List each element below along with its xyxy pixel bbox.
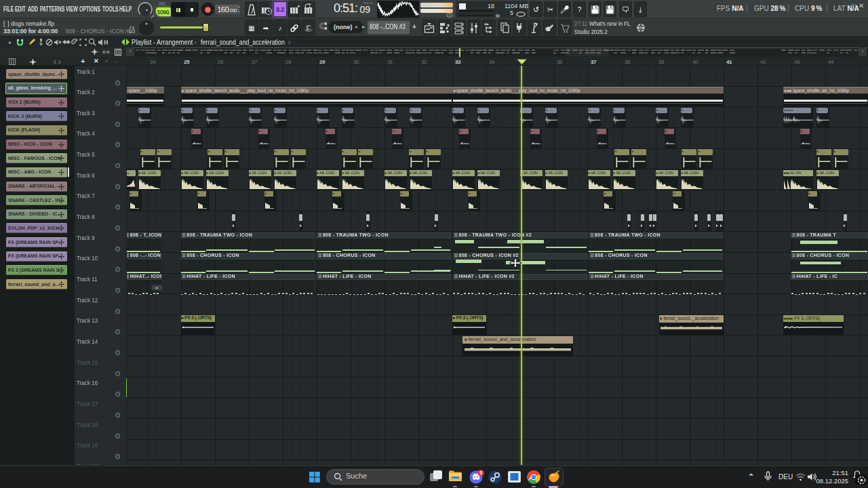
- svg-text:3: 3: [479, 470, 482, 475]
- svg-text:+: +: [297, 3, 300, 9]
